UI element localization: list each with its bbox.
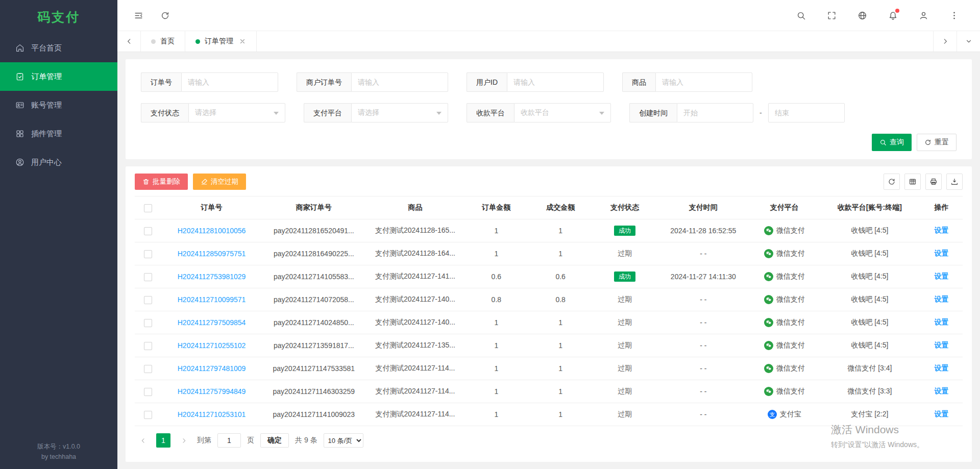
settings-link[interactable]: 设置	[935, 364, 949, 372]
table-row: H2024112810010056pay2024112816520491...支…	[135, 219, 963, 242]
pay-time-cell: - -	[657, 334, 750, 357]
pay-status-cell: 过期	[593, 311, 657, 334]
settings-link[interactable]: 设置	[935, 318, 949, 326]
tabs-menu-button[interactable]	[957, 31, 980, 52]
sidebar-item-home[interactable]: 平台首页	[0, 34, 117, 62]
settings-link[interactable]: 设置	[935, 387, 949, 395]
pay-time-cell: - -	[657, 288, 750, 311]
pay-platform-select[interactable]: 请选择	[351, 103, 448, 122]
user-menu-button[interactable]	[916, 8, 931, 23]
sidebar-item-orders[interactable]: 订单管理	[0, 62, 117, 91]
tab-order-management[interactable]: 订单管理	[185, 31, 257, 52]
version-author: by techhaha	[0, 452, 117, 462]
filter-label: 支付平台	[304, 103, 351, 122]
row-checkbox[interactable]	[144, 319, 152, 327]
filter-merchant-order-no: 商户订单号	[297, 72, 448, 92]
row-checkbox[interactable]	[144, 411, 152, 419]
order-no-link[interactable]: H2024112710255102	[178, 341, 246, 350]
notifications-button[interactable]	[885, 8, 900, 23]
filter-label: 商品	[622, 72, 655, 92]
settings-link[interactable]: 设置	[935, 249, 949, 257]
end-date-input[interactable]	[768, 103, 845, 122]
order-no-link[interactable]: H2024112797509854	[178, 318, 246, 327]
settings-link[interactable]: 设置	[935, 272, 949, 280]
order-no-link[interactable]: H2024112757994849	[178, 387, 246, 396]
refresh-page-button[interactable]	[157, 8, 173, 23]
notification-dot	[895, 9, 899, 13]
alipay-icon: 支	[768, 410, 777, 419]
page-size-select[interactable]: 10 条/页	[324, 433, 363, 448]
action-cell: 设置	[920, 403, 963, 426]
order-no-link[interactable]: H2024112710099571	[178, 295, 246, 304]
column-header: 成交金额	[528, 196, 593, 219]
order-no-link[interactable]: H2024112753981029	[178, 273, 246, 281]
globe-icon	[857, 11, 867, 20]
settings-link[interactable]: 设置	[935, 341, 949, 349]
start-date-input[interactable]	[677, 103, 753, 122]
prev-page-button[interactable]	[136, 433, 150, 448]
pay-status-select[interactable]: 请选择	[188, 103, 285, 122]
order-amount-cell: 0.8	[464, 288, 528, 311]
goto-page-input[interactable]	[217, 433, 241, 448]
receiver-cell: 收钱吧 [4:5]	[819, 219, 921, 242]
user-id-input[interactable]	[507, 72, 604, 92]
order-no-link[interactable]: H2024112797481009	[178, 364, 246, 373]
language-button[interactable]	[854, 8, 870, 23]
more-menu-button[interactable]	[946, 8, 962, 23]
reset-button[interactable]: 重置	[917, 134, 957, 151]
platform-name: 微信支付	[776, 295, 805, 304]
more-vertical-icon	[949, 11, 959, 20]
print-button[interactable]	[925, 174, 942, 190]
next-page-button[interactable]	[177, 433, 191, 448]
row-checkbox[interactable]	[144, 273, 152, 281]
order-no-input[interactable]	[181, 72, 278, 92]
wechat-pay-icon	[764, 249, 773, 258]
account-icon	[15, 101, 24, 110]
clear-expired-button[interactable]: 清空过期	[193, 174, 246, 190]
reset-button-label: 重置	[935, 138, 949, 147]
row-checkbox[interactable]	[144, 227, 152, 235]
export-button[interactable]	[946, 174, 963, 190]
current-page-button[interactable]: 1	[156, 433, 170, 448]
order-icon	[15, 72, 24, 81]
order-no-cell: H2024112810010056	[162, 219, 261, 242]
fullscreen-button[interactable]	[824, 8, 839, 23]
action-cell: 设置	[920, 334, 963, 357]
product-input[interactable]	[655, 72, 752, 92]
batch-delete-button[interactable]: 批量删除	[135, 174, 188, 190]
order-no-link[interactable]: H2024112710253101	[178, 410, 246, 418]
table-row: H2024112753981029pay2024112714105583...支…	[135, 265, 963, 288]
row-checkbox[interactable]	[144, 388, 152, 396]
row-checkbox[interactable]	[144, 250, 152, 258]
search-button[interactable]	[793, 8, 808, 23]
column-settings-button[interactable]	[904, 174, 921, 190]
order-no-link[interactable]: H2024112850975751	[178, 250, 246, 258]
table-refresh-button[interactable]	[884, 174, 900, 190]
settings-link[interactable]: 设置	[935, 295, 949, 303]
collapse-menu-button[interactable]	[131, 8, 146, 23]
merchant-no-cell: pay2024112714072058...	[261, 288, 366, 311]
receive-platform-select[interactable]: 收款平台	[514, 103, 611, 122]
sidebar-item-user-center[interactable]: 用户中心	[0, 148, 117, 177]
row-select-cell	[135, 334, 162, 357]
filter-label: 订单号	[141, 72, 181, 92]
filter-label: 商户订单号	[297, 72, 351, 92]
row-checkbox[interactable]	[144, 342, 152, 350]
row-checkbox[interactable]	[144, 365, 152, 373]
merchant-no-cell: pay202411271141009023	[261, 403, 366, 426]
tab-home[interactable]: 首页	[141, 31, 185, 52]
tabs-scroll-left-button[interactable]	[117, 31, 141, 52]
settings-link[interactable]: 设置	[935, 226, 949, 234]
search-submit-button[interactable]: 查询	[872, 134, 912, 151]
settings-link[interactable]: 设置	[935, 410, 949, 418]
tabs-scroll-right-button[interactable]	[933, 31, 957, 52]
select-all-checkbox[interactable]	[144, 204, 152, 212]
sidebar-item-plugins[interactable]: 插件管理	[0, 119, 117, 148]
row-checkbox[interactable]	[144, 296, 152, 304]
chevron-right-icon	[942, 38, 949, 45]
tab-close-button[interactable]	[239, 38, 246, 45]
merchant-order-no-input[interactable]	[351, 72, 448, 92]
sidebar-item-accounts[interactable]: 账号管理	[0, 91, 117, 119]
confirm-page-button[interactable]: 确定	[260, 433, 289, 448]
order-no-link[interactable]: H2024112810010056	[178, 227, 246, 235]
